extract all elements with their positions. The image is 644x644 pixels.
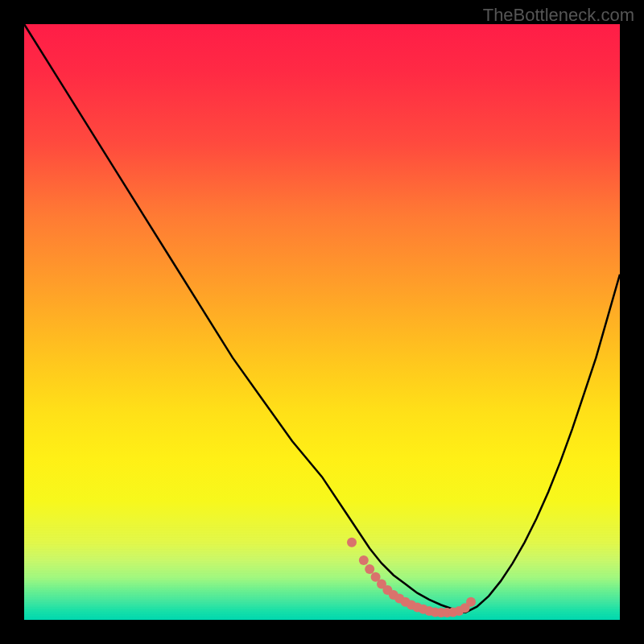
highlight-point bbox=[359, 555, 369, 565]
highlight-point bbox=[466, 597, 476, 607]
curve-right-branch bbox=[465, 275, 620, 613]
chart-svg bbox=[24, 24, 620, 620]
watermark-text: TheBottleneck.com bbox=[483, 5, 634, 26]
highlight-points bbox=[347, 538, 476, 617]
chart-plot-area bbox=[24, 24, 620, 620]
highlight-point bbox=[365, 564, 374, 574]
highlight-point bbox=[347, 538, 357, 547]
curve-left-branch bbox=[24, 24, 465, 613]
